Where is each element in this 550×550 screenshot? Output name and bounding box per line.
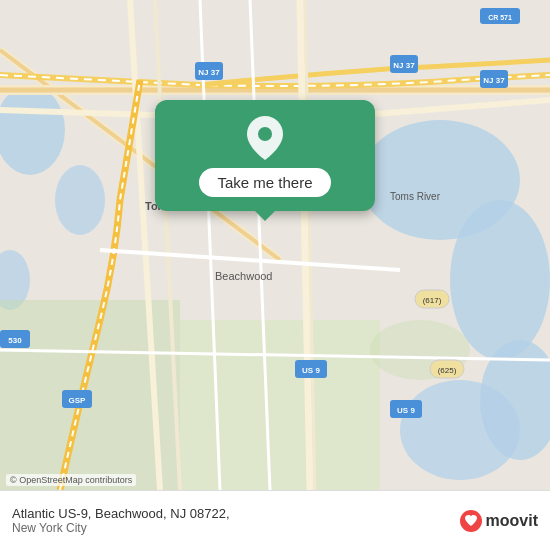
svg-point-5 <box>55 165 105 235</box>
svg-text:NJ 37: NJ 37 <box>483 76 505 85</box>
svg-text:(617): (617) <box>423 296 442 305</box>
address-text: Atlantic US-9, Beachwood, NJ 08722, <box>12 506 460 521</box>
svg-text:US 9: US 9 <box>302 366 320 375</box>
map-attribution: © OpenStreetMap contributors <box>6 474 136 486</box>
svg-text:(625): (625) <box>438 366 457 375</box>
map-view: NJ 37 NJ 37 NJ 37 GSP US 9 US 9 530 (617… <box>0 0 550 490</box>
moovit-heart-icon <box>460 510 482 532</box>
svg-text:NJ 37: NJ 37 <box>393 61 415 70</box>
location-popup: Take me there <box>155 100 375 211</box>
take-me-there-button[interactable]: Take me there <box>199 168 330 197</box>
address-block: Atlantic US-9, Beachwood, NJ 08722, New … <box>12 506 460 535</box>
location-pin-icon <box>247 116 283 160</box>
moovit-label: moovit <box>486 512 538 530</box>
svg-text:530: 530 <box>8 336 22 345</box>
svg-point-7 <box>400 380 520 480</box>
svg-text:US 9: US 9 <box>397 406 415 415</box>
svg-text:GSP: GSP <box>69 396 87 405</box>
svg-point-48 <box>258 127 272 141</box>
city-text: New York City <box>12 521 460 535</box>
svg-text:Beachwood: Beachwood <box>215 270 273 282</box>
moovit-logo[interactable]: moovit <box>460 510 538 532</box>
svg-text:Toms River: Toms River <box>390 191 441 202</box>
svg-text:NJ 37: NJ 37 <box>198 68 220 77</box>
svg-rect-9 <box>180 320 380 490</box>
bottom-info-bar: Atlantic US-9, Beachwood, NJ 08722, New … <box>0 490 550 550</box>
svg-point-2 <box>450 200 550 360</box>
svg-text:CR 571: CR 571 <box>488 14 512 21</box>
